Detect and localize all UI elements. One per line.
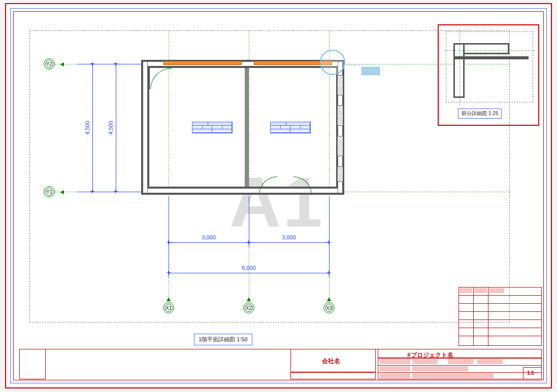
tb-cell-fill: [412, 359, 438, 364]
dim-text-x2x3: 3,000: [282, 234, 296, 240]
titleblock-project-row[interactable]: [378, 349, 542, 358]
titleblock-revision-grid[interactable]: [458, 287, 542, 346]
door-arc-s-right: [293, 176, 312, 195]
tb-cell-fill: [380, 359, 410, 364]
dim-line-y-inner: [116, 64, 116, 192]
detail-view-frame[interactable]: 部分詳細図 1:25: [438, 24, 539, 126]
grid-bubble-y1: Y1: [44, 186, 55, 197]
room-tag-left[interactable]: [192, 122, 233, 133]
grid-arrow: [167, 297, 171, 301]
wall-interior: [245, 68, 249, 187]
titleblock-company-sub: [290, 372, 376, 379]
tb-line: [488, 287, 488, 346]
window-north-left: [163, 61, 242, 65]
grid-arrow: [327, 297, 331, 301]
wall-face-w: [143, 61, 148, 193]
dim-ext: [249, 197, 249, 247]
tb-line: [473, 287, 474, 346]
door-arc-nw: [150, 68, 172, 89]
detail-grid-h: [444, 50, 535, 51]
wall-hatch-e1: [337, 75, 343, 95]
view-title-detail[interactable]: 部分詳細図 1:25: [458, 109, 502, 119]
detail-callout-circle[interactable]: [320, 50, 345, 75]
tb-line: [458, 303, 542, 304]
wall-face-s: [143, 188, 343, 193]
wall-hatch-e2: [337, 105, 343, 126]
tb-line: [378, 372, 542, 373]
dim-line-x-row2: [169, 273, 329, 273]
wall-hatch-e3: [337, 136, 343, 156]
tb-cell-fill: [448, 359, 473, 364]
titleblock-stamp-box: [19, 349, 46, 379]
door-arc-s-left: [259, 176, 277, 195]
grid-bubble-x1: X1: [163, 302, 174, 313]
tb-cell-fill: [412, 373, 494, 378]
tb-line: [458, 336, 542, 336]
dim-ext: [329, 197, 330, 278]
tb-line: [378, 365, 542, 366]
tb-cell-fill: [380, 366, 410, 371]
grid-bubble-y2: Y2: [44, 58, 55, 69]
tb-cell-fill: [477, 359, 503, 364]
dim-line-y-outer: [92, 64, 93, 192]
detail-wall-v-face: [454, 44, 464, 97]
detail-wall-inner: [453, 56, 529, 59]
dim-ext: [77, 192, 141, 192]
dim-text-y-outer: 4,500: [84, 121, 90, 135]
detail-callout-leader: [343, 65, 375, 65]
tb-cell-fill: [412, 366, 468, 371]
view-title-main[interactable]: 1階平面詳細図 1:50: [194, 334, 252, 345]
tb-line: [458, 328, 542, 328]
detail-callout-tag[interactable]: [362, 67, 380, 75]
tb-cell-fill: [380, 373, 410, 378]
door-leaf-nw: [149, 68, 150, 89]
dim-text-x1x3: 6,000: [242, 265, 256, 271]
tb-cell-fill: [489, 288, 504, 293]
titleblock-version: 1.6: [527, 370, 534, 376]
tb-line: [458, 311, 542, 312]
dim-ext: [77, 64, 141, 64]
dim-text-y-inner: 4,500: [108, 121, 114, 135]
dim-text-x1x2: 3,000: [202, 234, 216, 240]
room-tag-right[interactable]: [270, 122, 311, 133]
tb-cell-fill: [474, 288, 487, 293]
grid-arrow: [60, 62, 64, 66]
titleblock-company-label: 会社名: [322, 357, 340, 366]
tb-line: [458, 295, 542, 296]
sheet: A1 Y2 Y1 X1 X2 X3: [5, 3, 552, 388]
dim-ext: [169, 197, 169, 278]
tb-line: [458, 319, 542, 320]
grid-bubble-x3: X3: [323, 302, 335, 313]
grid-bubble-x2: X2: [243, 302, 254, 313]
tb-cell-fill: [460, 288, 472, 293]
grid-arrow: [247, 297, 251, 301]
crop-region-detail: [446, 31, 533, 102]
floor-plan[interactable]: [141, 60, 344, 195]
grid-arrow: [60, 190, 64, 194]
wall-hatch-e4: [337, 166, 343, 182]
detail-grid-v: [460, 30, 460, 105]
